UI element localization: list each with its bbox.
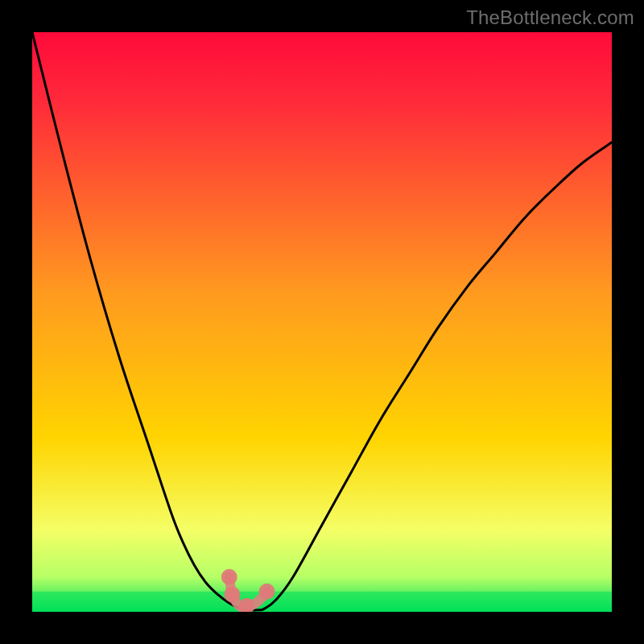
- svg-point-1: [221, 569, 237, 585]
- svg-point-4: [259, 584, 275, 600]
- chart-svg: [32, 32, 612, 612]
- svg-point-2: [224, 586, 240, 602]
- svg-rect-0: [32, 592, 612, 612]
- chart-frame: TheBottleneck.com: [0, 0, 644, 644]
- watermark-text: TheBottleneck.com: [466, 6, 634, 29]
- plot-area: [32, 32, 612, 612]
- green-band: [32, 592, 612, 612]
